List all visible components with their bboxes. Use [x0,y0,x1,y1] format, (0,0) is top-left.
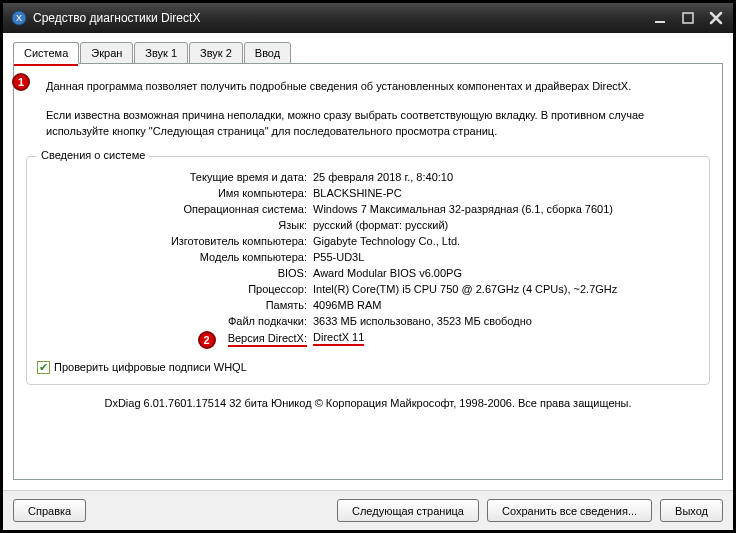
close-button[interactable] [707,9,725,27]
tab-panel-system: 1 Данная программа позволяет получить по… [13,63,723,480]
value-os: Windows 7 Максимальная 32-разрядная (6.1… [313,203,699,215]
value-lang: русский (формат: русский) [313,219,699,231]
content-area: Система Экран Звук 1 Звук 2 Ввод 1 Данна… [3,33,733,490]
system-info-group: Сведения о системе Текущие время и дата:… [26,156,710,385]
label-memory: Память: [37,299,307,311]
label-dxver: Версия DirectX: [228,332,307,347]
label-pagefile: Файл подкачки: [37,315,307,327]
tab-display[interactable]: Экран [80,42,133,64]
value-dxver-text: DirectX 11 [313,331,364,346]
svg-text:X: X [16,13,22,23]
label-pcname: Имя компьютера: [37,187,307,199]
value-datetime: 25 февраля 2018 г., 8:40:10 [313,171,699,183]
value-dxver: DirectX 11 [313,331,699,349]
value-bios: Award Modular BIOS v6.00PG [313,267,699,279]
intro-paragraph-2: Если известна возможная причина неполадк… [46,107,710,140]
system-info-legend: Сведения о системе [37,149,149,161]
value-mfg: Gigabyte Technology Co., Ltd. [313,235,699,247]
tab-sound2[interactable]: Звук 2 [189,42,243,64]
value-pcname: BLACKSHINE-PC [313,187,699,199]
exit-button[interactable]: Выход [660,499,723,522]
next-page-button[interactable]: Следующая страница [337,499,479,522]
tab-label: Звук 1 [145,47,177,59]
app-window: X Средство диагностики DirectX Система Э… [2,2,734,531]
status-line: DxDiag 6.01.7601.17514 32 бита Юникод © … [26,397,710,409]
app-icon: X [11,10,27,26]
help-button[interactable]: Справка [13,499,86,522]
whql-row: ✔ Проверить цифровые подписи WHQL [37,361,699,374]
button-label: Справка [28,505,71,517]
intro-paragraph-1: Данная программа позволяет получить подр… [46,78,710,95]
dxver-label-wrap: 2 Версия DirectX: [37,331,307,349]
intro-text: Данная программа позволяет получить подр… [46,74,710,152]
maximize-button[interactable] [679,9,697,27]
value-cpu: Intel(R) Core(TM) i5 CPU 750 @ 2.67GHz (… [313,283,699,295]
button-label: Следующая страница [352,505,464,517]
label-mfg: Изготовитель компьютера: [37,235,307,247]
tab-label: Экран [91,47,122,59]
label-lang: Язык: [37,219,307,231]
tab-label: Система [24,47,68,59]
whql-checkbox[interactable]: ✔ [37,361,50,374]
label-bios: BIOS: [37,267,307,279]
label-os: Операционная система: [37,203,307,215]
system-info-grid: Текущие время и дата: 25 февраля 2018 г.… [37,171,699,349]
tab-sound1[interactable]: Звук 1 [134,42,188,64]
button-bar: Справка Следующая страница Сохранить все… [3,490,733,530]
svg-rect-3 [683,13,693,23]
value-pagefile: 3633 МБ использовано, 3523 МБ свободно [313,315,699,327]
titlebar: X Средство диагностики DirectX [3,3,733,33]
minimize-button[interactable] [651,9,669,27]
label-model: Модель компьютера: [37,251,307,263]
titlebar-buttons [651,9,725,27]
annotation-badge-1: 1 [12,73,30,91]
tab-strip: Система Экран Звук 1 Звук 2 Ввод [13,42,723,64]
spacer [94,499,329,522]
value-memory: 4096MB RAM [313,299,699,311]
whql-label: Проверить цифровые подписи WHQL [54,361,247,373]
tab-label: Звук 2 [200,47,232,59]
svg-rect-2 [655,21,665,23]
button-label: Выход [675,505,708,517]
tab-system[interactable]: Система [13,42,79,64]
tab-input[interactable]: Ввод [244,42,291,64]
label-cpu: Процессор: [37,283,307,295]
button-label: Сохранить все сведения... [502,505,637,517]
save-all-button[interactable]: Сохранить все сведения... [487,499,652,522]
window-title: Средство диагностики DirectX [33,11,651,25]
label-datetime: Текущие время и дата: [37,171,307,183]
value-model: P55-UD3L [313,251,699,263]
annotation-badge-2: 2 [198,331,216,349]
tab-label: Ввод [255,47,280,59]
